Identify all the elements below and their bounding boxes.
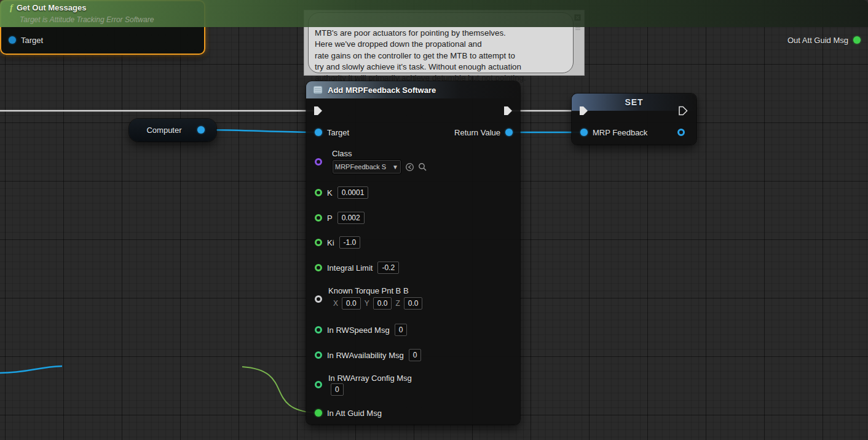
rwspeed-input[interactable]: 0 <box>395 324 408 336</box>
set-output-pin[interactable] <box>677 129 685 136</box>
exec-in-pin[interactable] <box>313 106 323 116</box>
out-att-guid-pin[interactable] <box>853 36 861 44</box>
set-exec-in-pin[interactable] <box>578 106 588 116</box>
set-input-pin[interactable] <box>580 129 588 136</box>
torque-y-label: Y <box>365 299 369 308</box>
out-att-guid-label: Out Att Guid Msg <box>787 36 848 45</box>
get-target-pin[interactable] <box>9 36 16 44</box>
computer-output-pin[interactable] <box>197 126 205 134</box>
class-label: Class <box>332 149 352 158</box>
torque-x-input[interactable]: 0.0 <box>342 297 361 310</box>
return-value-pin[interactable] <box>505 129 513 136</box>
exec-out-pin[interactable] <box>503 106 513 116</box>
known-torque-pin[interactable] <box>315 295 322 303</box>
att-guid-pin[interactable] <box>315 409 322 417</box>
get-target-label: Target <box>21 36 43 45</box>
ki-pin[interactable] <box>315 239 322 246</box>
chevron-down-icon: ▼ <box>392 164 398 170</box>
rwavailability-pin[interactable] <box>315 351 322 359</box>
browse-asset-icon[interactable] <box>418 162 427 172</box>
class-dropdown[interactable]: MRPFeedback S ▼ <box>332 159 401 174</box>
rwspeed-pin[interactable] <box>315 326 322 334</box>
k-pin[interactable] <box>315 189 322 196</box>
p-pin[interactable] <box>315 214 322 222</box>
add-node-header[interactable]: Add MRPFeedback Software <box>306 81 520 98</box>
tooltip-text: MTB's are poor actuators for pointing by… <box>315 28 526 82</box>
set-node[interactable]: SET MRP Feedback <box>572 94 696 145</box>
computer-node-label: Computer <box>129 119 199 142</box>
torque-z-label: Z <box>395 299 400 308</box>
add-node-title: Add MRPFeedback Software <box>328 86 436 95</box>
integral-limit-input[interactable]: -0.2 <box>377 262 399 274</box>
integral-limit-pin[interactable] <box>315 264 322 271</box>
computer-to-target-wire[interactable] <box>203 130 317 132</box>
rwarray-config-pin[interactable] <box>315 381 322 388</box>
target-pin[interactable] <box>315 129 322 136</box>
set-exec-out-pin[interactable] <box>678 106 688 116</box>
att-guid-label: In Att Guid Msg <box>327 409 382 418</box>
target-in-wire[interactable] <box>0 366 62 373</box>
get-node-title: Get Out Messages <box>17 3 86 12</box>
torque-y-input[interactable]: 0.0 <box>373 297 392 310</box>
rwarray-config-input[interactable]: 0 <box>331 383 344 396</box>
blueprint-graph-canvas[interactable]: MTB's are poor actuators for pointing by… <box>0 0 868 440</box>
ki-label: Ki <box>327 238 334 247</box>
function-grid-icon <box>313 85 323 95</box>
return-value-label: Return Value <box>454 128 500 137</box>
target-label: Target <box>327 128 349 137</box>
rwavailability-label: In RWAvailability Msg <box>327 351 404 360</box>
pure-function-icon: f <box>10 2 13 13</box>
p-label: P <box>327 214 333 223</box>
torque-z-input[interactable]: 0.0 <box>404 297 423 310</box>
p-input[interactable]: 0.002 <box>337 212 365 224</box>
known-torque-label: Known Torque Pnt B B <box>328 286 409 295</box>
class-dropdown-value: MRPFeedback S <box>335 163 391 170</box>
rwspeed-label: In RWSpeed Msg <box>327 326 390 335</box>
rwavailability-input[interactable]: 0 <box>409 349 422 361</box>
torque-x-label: X <box>333 299 338 308</box>
get-node-subtitle: Target is Attitude Tracking Error Softwa… <box>20 15 154 24</box>
add-mrpfeedback-node[interactable]: Add MRPFeedback Software Target Return V… <box>306 81 520 425</box>
k-input[interactable]: 0.0001 <box>337 186 369 199</box>
set-node-title: SET <box>625 97 643 107</box>
computer-variable-node[interactable]: Computer <box>129 119 216 142</box>
set-variable-label: MRP Feedback <box>593 128 647 137</box>
k-label: K <box>327 188 333 198</box>
rwarray-config-label: In RWArray Config Msg <box>328 374 412 383</box>
use-selected-asset-icon[interactable] <box>405 162 414 172</box>
ki-input[interactable]: -1.0 <box>339 236 361 249</box>
integral-limit-label: Integral Limit <box>327 263 373 273</box>
class-pin[interactable] <box>315 158 322 166</box>
attguid-wire[interactable] <box>242 367 316 413</box>
